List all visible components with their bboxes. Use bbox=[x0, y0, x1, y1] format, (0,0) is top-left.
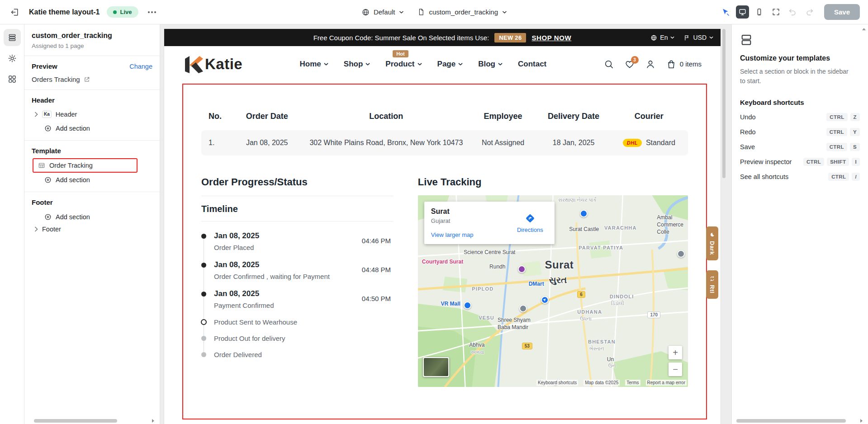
scrollbar-right-arrow[interactable] bbox=[152, 419, 154, 423]
fullscreen-button[interactable] bbox=[769, 5, 783, 19]
expand-icon bbox=[772, 8, 780, 16]
rail-sections-button[interactable] bbox=[4, 29, 21, 46]
chevron-down-icon bbox=[399, 11, 403, 14]
header-group-label: Header bbox=[32, 96, 152, 104]
map-poi-marker[interactable] bbox=[677, 250, 685, 258]
cart-button[interactable]: 0 items bbox=[666, 59, 702, 69]
cart-count-label: 0 items bbox=[680, 60, 702, 68]
shop-now-link[interactable]: SHOP NOW bbox=[531, 34, 571, 42]
mobile-view-button[interactable] bbox=[753, 5, 766, 19]
sidebar-item-header[interactable]: Ka Header bbox=[32, 108, 152, 121]
save-button[interactable]: Save bbox=[824, 4, 860, 20]
scrollbar-thumb[interactable] bbox=[34, 419, 117, 423]
nav-item-shop[interactable]: Shop bbox=[344, 60, 370, 69]
shortcut-row-save: Save CTRLS bbox=[740, 143, 860, 151]
add-section-button-template[interactable]: Add section bbox=[32, 173, 90, 185]
globe-icon bbox=[650, 34, 657, 41]
shortcut-row-preview-inspector: Preview inspector CTRLSHIFTI bbox=[740, 158, 860, 166]
table-row: 1. Jan 08, 2025 302 White Plains Road, B… bbox=[201, 130, 688, 155]
preview-inspector-button[interactable] bbox=[719, 5, 732, 19]
page-selector[interactable]: custom_order_tracking bbox=[417, 8, 507, 16]
preview-page-link[interactable]: Orders Tracking bbox=[32, 75, 152, 83]
wishlist-button[interactable]: 3 bbox=[625, 59, 635, 69]
redo-button[interactable] bbox=[803, 5, 816, 19]
key-badge: S bbox=[850, 143, 860, 151]
dhl-logo: DHL bbox=[623, 139, 642, 147]
timeline-event: Product Sent to Wearhouse bbox=[201, 318, 394, 326]
map-info-card: Surat Gujarat View larger map Directions bbox=[424, 202, 555, 244]
moon-icon bbox=[709, 232, 715, 238]
map-label: VR Mall bbox=[441, 301, 460, 307]
sections-icon bbox=[8, 33, 17, 42]
map-label: UDHANA bbox=[577, 309, 602, 315]
map-report-error-link[interactable]: Report a map error bbox=[646, 380, 687, 386]
map-label: PIPLOD bbox=[472, 286, 493, 292]
map-zoom-controls: + − bbox=[669, 346, 682, 376]
sidebar-item-order-tracking-selected[interactable]: Order Tracking bbox=[33, 158, 138, 173]
left-icon-rail bbox=[0, 24, 24, 424]
apps-icon bbox=[8, 75, 17, 84]
desktop-view-button[interactable] bbox=[736, 5, 749, 19]
key-badge: / bbox=[852, 173, 860, 181]
map-label: ભેસ્તાન bbox=[589, 346, 604, 352]
order-date-cell: Jan 08, 2025 bbox=[231, 136, 304, 150]
nav-item-contact[interactable]: Contact bbox=[518, 60, 546, 69]
order-progress-card: Order Progress/Status Timeline Jan 08, 2… bbox=[201, 176, 394, 387]
add-section-button-header[interactable]: Add section bbox=[32, 121, 90, 134]
exit-editor-button[interactable] bbox=[8, 5, 22, 19]
directions-button[interactable]: Directions bbox=[512, 207, 548, 238]
more-actions-button[interactable] bbox=[146, 9, 158, 15]
currency-selector[interactable]: USD bbox=[683, 34, 713, 41]
google-map[interactable]: સરથાણા નેચર પાર્ક Surat Castle Ambal Com… bbox=[418, 195, 688, 387]
map-terms-link[interactable]: Terms bbox=[625, 380, 640, 386]
undo-button[interactable] bbox=[786, 5, 799, 19]
plus-circle-icon bbox=[44, 125, 52, 132]
timeline-event: Product Out for delivery bbox=[201, 334, 394, 342]
map-poi-marker[interactable] bbox=[518, 265, 526, 273]
map-keyboard-shortcuts-link[interactable]: Keyboard shortcuts bbox=[536, 380, 578, 386]
theme-style-selector[interactable]: Default bbox=[361, 8, 404, 16]
rtl-toggle-tab[interactable]: Rtl bbox=[706, 270, 718, 299]
road-badge: 6 bbox=[577, 291, 585, 298]
canvas-scrollbar-thumb[interactable] bbox=[722, 29, 726, 178]
map-destination-marker[interactable]: ➤ bbox=[541, 296, 549, 304]
zoom-out-button[interactable]: − bbox=[669, 363, 682, 376]
nav-item-home[interactable]: Home bbox=[300, 60, 328, 69]
shortcut-row-undo: Undo CTRLZ bbox=[740, 113, 860, 121]
key-badge: CTRL bbox=[803, 158, 824, 166]
rail-settings-button[interactable] bbox=[4, 50, 21, 67]
language-selector[interactable]: En bbox=[650, 34, 674, 41]
add-section-button-footer[interactable]: Add section bbox=[32, 210, 90, 222]
zoom-in-button[interactable]: + bbox=[669, 346, 682, 359]
ellipsis-icon bbox=[148, 11, 156, 13]
inspector-subtitle: Select a section or block in the sidebar… bbox=[740, 67, 853, 86]
satellite-view-toggle[interactable] bbox=[423, 357, 449, 377]
hot-badge: Hot bbox=[393, 50, 408, 57]
chevron-right-icon bbox=[34, 112, 38, 117]
nav-item-blog[interactable]: Blog bbox=[478, 60, 503, 69]
order-tracking-section-selected[interactable]: No. Order Date Location Employee Deliver… bbox=[182, 84, 707, 419]
plus-circle-icon bbox=[44, 213, 52, 221]
sidebar-item-footer[interactable]: Footer bbox=[32, 222, 152, 236]
map-poi-marker[interactable] bbox=[519, 305, 527, 312]
rail-apps-button[interactable] bbox=[4, 71, 21, 88]
storefront-preview: Free Coupon Code: Summer Sale On Selecte… bbox=[164, 29, 721, 424]
view-larger-map-link[interactable]: View larger map bbox=[431, 231, 474, 238]
shortcut-row-redo: Redo CTRLY bbox=[740, 128, 860, 136]
nav-item-product[interactable]: Hot Product bbox=[385, 60, 422, 69]
store-logo[interactable]: Katie bbox=[183, 55, 242, 73]
map-poi-marker[interactable] bbox=[580, 210, 588, 217]
gear-icon bbox=[8, 54, 17, 63]
change-preview-button[interactable]: Change bbox=[129, 63, 152, 70]
nav-item-page[interactable]: Page bbox=[437, 60, 463, 69]
map-label: DINDOLI bbox=[610, 294, 634, 299]
search-button[interactable] bbox=[604, 59, 614, 69]
account-button[interactable] bbox=[645, 59, 655, 69]
scrollbar-thumb[interactable] bbox=[736, 419, 846, 423]
road-badge: 170 bbox=[647, 311, 660, 318]
dark-mode-tab[interactable]: Dark bbox=[706, 226, 718, 260]
inspector-scroll-up-arrow[interactable] bbox=[862, 28, 866, 30]
map-label: VESU bbox=[479, 315, 494, 320]
column-header: Courier bbox=[610, 109, 688, 124]
scrollbar-right-arrow[interactable] bbox=[860, 419, 863, 423]
